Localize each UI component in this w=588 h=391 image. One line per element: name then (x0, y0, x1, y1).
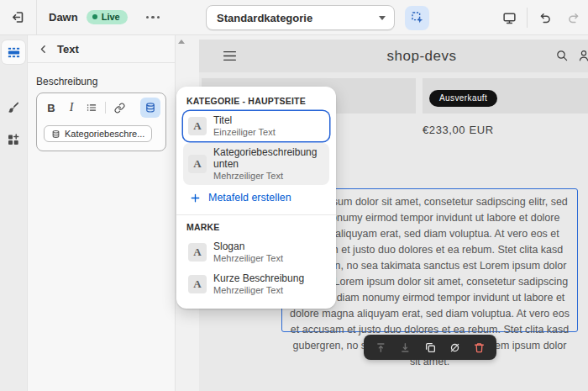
store-name-link[interactable]: shop-devs (387, 48, 457, 65)
nav-app-embeds-button[interactable] (2, 128, 25, 151)
toolbar-divider (105, 102, 106, 114)
metafield-option-slogan[interactable]: A Slogan Mehrzeiliger Text (183, 237, 329, 267)
nav-sections-button[interactable] (2, 40, 25, 64)
metafield-chip[interactable]: Kategoriebeschre... (44, 125, 152, 142)
more-actions-button[interactable] (141, 11, 165, 24)
move-block-up-button[interactable] (371, 337, 391, 357)
move-block-down-button[interactable] (396, 337, 416, 357)
dynamic-source-button[interactable] (140, 98, 160, 118)
device-preview-button[interactable] (495, 0, 523, 35)
topbar-left: Dawn Live (0, 0, 165, 34)
chevron-down-icon (379, 16, 386, 20)
metafield-option-subtitle: Mehrzeiliger Text (213, 253, 283, 264)
hide-block-button[interactable] (444, 337, 465, 357)
menu-icon[interactable] (223, 50, 237, 62)
live-dot-icon (92, 14, 97, 19)
create-metafield-button[interactable]: Metafeld erstellen (183, 187, 329, 209)
metafield-option-subtitle: Mehrzeiliger Text (213, 171, 324, 182)
delete-icon (473, 341, 486, 354)
move-up-icon (375, 341, 388, 354)
panel-title: Text (57, 43, 79, 55)
live-badge-label: Live (102, 12, 120, 22)
panel-body: Beschreibung B I (28, 63, 175, 151)
richtext-content[interactable]: Kategoriebeschre... (37, 122, 165, 142)
hide-icon (449, 341, 461, 354)
metafield-popover: KATEGORIE - HAUPTSEITE A Titel Einzeilig… (176, 87, 336, 309)
metafield-option-title: Titel (213, 114, 276, 126)
plus-icon (190, 193, 201, 203)
panel-header: Text (28, 35, 175, 63)
block-settings-panel: Text Beschreibung B I (27, 35, 175, 391)
metafield-option-title: Kategoriebeschreibung unten (213, 146, 324, 170)
text-type-icon: A (188, 155, 207, 173)
redo-button[interactable] (559, 0, 588, 35)
metafield-option-title: Slogan (213, 240, 283, 252)
italic-button[interactable]: I (62, 98, 81, 117)
database-icon (144, 102, 156, 114)
exit-icon (11, 10, 25, 24)
undo-icon (538, 11, 552, 24)
link-icon (114, 103, 125, 114)
product-price: €233,00 EUR (423, 124, 494, 136)
duplicate-block-button[interactable] (420, 337, 440, 357)
metafield-option-titel[interactable]: A Titel Einzeiliger Text (183, 111, 329, 141)
sections-icon (7, 45, 21, 60)
theme-name: Dawn (49, 11, 78, 24)
text-type-icon: A (188, 117, 207, 135)
create-metafield-label: Metafeld erstellen (208, 192, 291, 203)
richtext-toolbar: B I (37, 93, 165, 122)
exit-editor-button[interactable] (0, 0, 37, 34)
chevron-left-icon (38, 44, 49, 55)
inspect-element-icon (411, 11, 424, 24)
account-icon[interactable] (577, 49, 588, 62)
storefront-header: shop-devs (199, 40, 588, 72)
search-icon[interactable] (555, 49, 569, 62)
metafield-chip-label: Kategoriebeschre... (65, 129, 144, 139)
desktop-preview-icon (502, 11, 517, 25)
bold-button[interactable]: B (42, 98, 60, 117)
move-down-icon (400, 341, 412, 354)
richtext-editor: B I (36, 92, 166, 151)
undo-button[interactable] (531, 0, 559, 35)
metafield-option-subtitle: Einzeiliger Text (213, 127, 276, 138)
text-type-icon: A (188, 243, 207, 262)
field-label: Beschreibung (36, 76, 166, 87)
text-type-icon: A (188, 275, 207, 293)
bullet-list-button[interactable] (82, 98, 101, 117)
redo-icon (567, 11, 580, 24)
link-button[interactable] (110, 98, 129, 117)
bullet-list-icon (86, 102, 97, 114)
editor-nav-sidebar (0, 35, 27, 391)
scroll-up-arrow-icon[interactable] (178, 40, 185, 44)
metafield-option-title: Kurze Beschreibung (213, 272, 304, 284)
sold-out-badge: Ausverkauft (429, 90, 497, 107)
topbar-center: Standardkategorie (206, 5, 429, 30)
nav-theme-settings-button[interactable] (2, 96, 25, 119)
back-button[interactable] (38, 44, 49, 55)
page-selector-value: Standardkategorie (217, 12, 379, 24)
database-icon (51, 129, 60, 139)
metafield-option-subtitle: Mehrzeiliger Text (213, 285, 304, 296)
delete-block-button[interactable] (469, 337, 489, 357)
popover-divider (176, 214, 336, 215)
live-badge: Live (87, 10, 128, 24)
page-selector-dropdown[interactable]: Standardkategorie (206, 5, 395, 30)
metafield-option-kategoriebeschreibung[interactable]: A Kategoriebeschreibung unten Mehrzeilig… (183, 143, 329, 185)
topbar-right (495, 0, 588, 35)
block-context-toolbar (364, 335, 496, 360)
app-embeds-icon (7, 133, 20, 146)
topbar: Dawn Live Standardkategorie (0, 0, 588, 35)
inspect-element-button[interactable] (405, 6, 429, 30)
metafield-option-kurze-beschreibung[interactable]: A Kurze Beschreibung Mehrzeiliger Text (183, 269, 329, 299)
duplicate-icon (424, 341, 437, 354)
theme-settings-icon (7, 101, 20, 114)
theme-editor: Dawn Live Standardkategorie (0, 0, 588, 391)
popover-group-header: KATEGORIE - HAUPTSEITE (186, 96, 326, 106)
topbar-divider (527, 8, 528, 28)
popover-group-header: MARKE (186, 222, 326, 232)
